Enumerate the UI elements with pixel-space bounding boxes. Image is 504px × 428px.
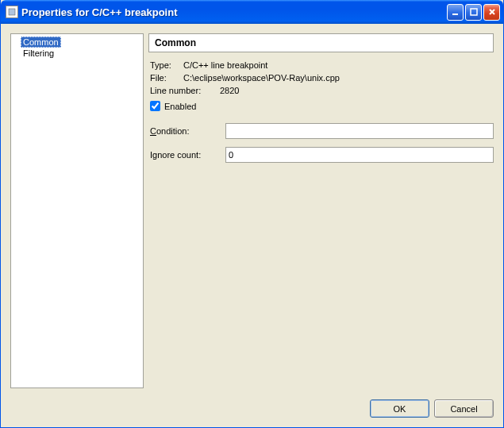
type-label: Type: <box>150 60 179 70</box>
content-area: Common Filtering Common Type: C/C++ line… <box>1 24 503 395</box>
condition-row: Condition: <box>150 123 494 139</box>
ignore-row: Ignore count: <box>150 147 494 163</box>
maximize-button[interactable] <box>465 4 482 21</box>
panel-heading: Common <box>148 33 494 52</box>
cancel-button[interactable]: Cancel <box>434 399 494 418</box>
type-row: Type: C/C++ line breakpoint <box>150 60 494 70</box>
file-label: File: <box>150 73 179 83</box>
file-value: C:\eclipse\workspace\POV-Ray\unix.cpp <box>183 73 340 83</box>
type-value: C/C++ line breakpoint <box>183 60 267 70</box>
main-panel: Common Type: C/C++ line breakpoint File:… <box>148 33 494 388</box>
app-icon <box>6 6 18 18</box>
close-button[interactable] <box>483 4 500 21</box>
nav-panel: Common Filtering <box>10 33 144 388</box>
window-controls <box>447 4 500 21</box>
condition-label: Condition: <box>150 126 225 136</box>
ok-button[interactable]: OK <box>370 399 429 418</box>
condition-input[interactable] <box>225 123 494 139</box>
dialog-window: Properties for C/C++ breakpoint Common F… <box>0 0 504 428</box>
nav-item-common[interactable]: Common <box>21 37 61 48</box>
line-value: 2820 <box>220 86 239 95</box>
nav-item-filtering[interactable]: Filtering <box>21 48 56 59</box>
minimize-button[interactable] <box>447 4 464 21</box>
ignore-input[interactable] <box>225 147 494 163</box>
enabled-row: Enabled <box>150 101 494 111</box>
button-bar: OK Cancel <box>1 395 503 427</box>
svg-rect-0 <box>9 9 15 15</box>
enabled-label: Enabled <box>164 102 196 111</box>
ignore-label: Ignore count: <box>150 150 225 160</box>
window-title: Properties for C/C++ breakpoint <box>21 6 447 18</box>
line-label: Line number: <box>150 86 215 95</box>
svg-rect-2 <box>471 9 477 15</box>
titlebar[interactable]: Properties for C/C++ breakpoint <box>1 0 503 24</box>
file-row: File: C:\eclipse\workspace\POV-Ray\unix.… <box>150 73 494 83</box>
enabled-checkbox[interactable] <box>150 101 160 111</box>
line-row: Line number: 2820 <box>150 86 494 95</box>
svg-rect-1 <box>452 13 458 15</box>
